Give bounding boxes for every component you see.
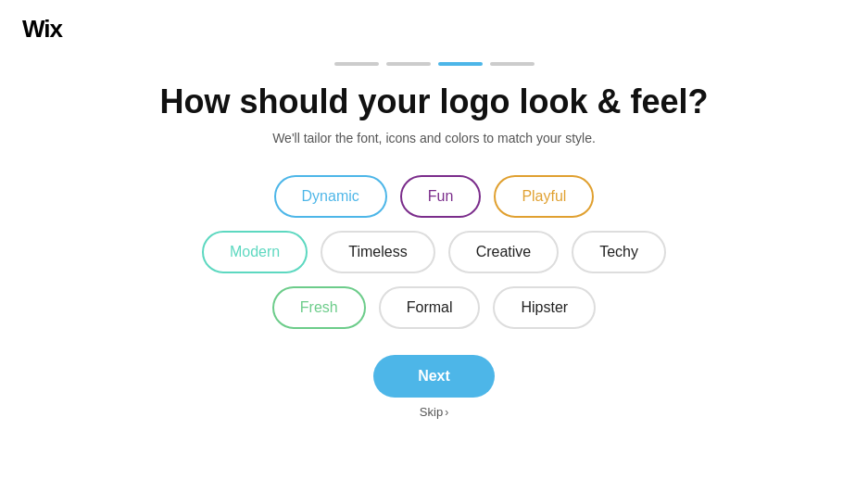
options-row-1: Dynamic Fun Playful [274,175,595,218]
wix-logo: Wix [22,15,62,43]
option-dynamic[interactable]: Dynamic [274,175,387,218]
option-formal[interactable]: Formal [379,286,481,329]
option-timeless[interactable]: Timeless [321,231,434,273]
option-hipster[interactable]: Hipster [493,286,596,329]
main-content: How should your logo look & feel? We'll … [0,66,868,493]
options-row-2: Modern Timeless Creative Techy [202,231,666,273]
option-playful[interactable]: Playful [494,175,594,218]
skip-label: Skip [420,405,443,419]
page-subtitle: We'll tailor the font, icons and colors … [272,131,596,145]
style-options: Dynamic Fun Playful Modern Timeless Crea… [202,175,666,329]
chevron-right-icon: › [445,406,448,419]
next-button[interactable]: Next [373,355,495,398]
option-creative[interactable]: Creative [448,231,560,273]
option-modern[interactable]: Modern [202,231,308,273]
options-row-3: Fresh Formal Hipster [272,286,596,329]
page-title: How should your logo look & feel? [160,82,709,121]
option-fun[interactable]: Fun [400,175,482,218]
skip-link[interactable]: Skip › [420,405,448,419]
option-fresh[interactable]: Fresh [272,286,366,329]
header: Wix [0,0,868,58]
option-techy[interactable]: Techy [572,231,666,273]
